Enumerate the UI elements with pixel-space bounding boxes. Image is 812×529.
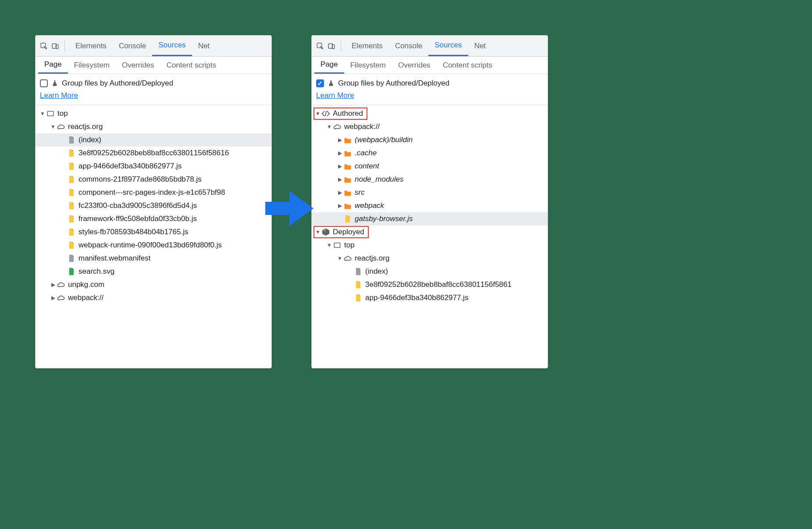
subtab-page[interactable]: Page (38, 57, 68, 74)
tree-row[interactable]: ▶unpkg.com (36, 278, 271, 291)
subtab-content-scripts[interactable]: Content scripts (437, 57, 499, 74)
tree-label: app-9466def3ba340b862977.js (365, 293, 468, 302)
tree-row[interactable]: component---src-pages-index-js-e1c657bf9… (36, 186, 271, 199)
tree-label: styles-fb708593b484b04b1765.js (78, 228, 188, 236)
device-toggle-icon[interactable] (50, 41, 60, 51)
tree-row[interactable]: ▼top (312, 239, 548, 252)
tree-row[interactable]: app-9466def3ba340b862977.js (36, 160, 271, 173)
tree-row[interactable]: gatsby-browser.js (312, 212, 548, 225)
tree-label: (webpack)/buildin (355, 136, 413, 144)
tree-row[interactable]: (index) (36, 133, 271, 147)
subtab-overrides[interactable]: Overrides (392, 57, 437, 74)
learn-more-link[interactable]: Learn More (316, 90, 354, 101)
disclosure-arrow-icon[interactable]: ▶ (50, 282, 56, 288)
inspect-icon[interactable] (39, 41, 49, 51)
disclosure-arrow-icon[interactable]: ▶ (337, 137, 342, 143)
tree-row[interactable]: ▶content (312, 160, 548, 173)
tree-label: Deployed (333, 228, 364, 236)
subtab-filesystem[interactable]: Filesystem (68, 57, 116, 74)
tab-network[interactable]: Net (468, 36, 492, 56)
disclosure-arrow-icon[interactable]: ▶ (337, 150, 342, 156)
tree-row[interactable]: (index) (312, 265, 548, 278)
tree-row[interactable]: 3e8f09252b6028beb8baf8cc63801156f5861 (312, 278, 548, 291)
tree-row[interactable]: webpack-runtime-090f00ed13bd69fd80f0.js (36, 239, 271, 252)
learn-more-link[interactable]: Learn More (40, 90, 78, 101)
tab-sources[interactable]: Sources (428, 36, 468, 56)
tab-network[interactable]: Net (192, 36, 216, 56)
tree-row[interactable]: ▼Authored (312, 107, 548, 120)
tree-row[interactable]: framework-ff9c508ebfda0f33cb0b.js (36, 212, 271, 225)
subtab-filesystem[interactable]: Filesystem (344, 57, 392, 74)
disclosure-arrow-icon[interactable]: ▶ (337, 163, 342, 169)
disclosure-arrow-icon[interactable]: ▼ (50, 124, 56, 130)
tree-row[interactable]: 3e8f09252b6028beb8baf8cc63801156f58616 (36, 147, 271, 160)
tree-row[interactable]: ▼reactjs.org (36, 120, 271, 133)
disclosure-arrow-icon[interactable]: ▶ (50, 295, 56, 301)
disclosure-arrow-icon[interactable]: ▼ (337, 255, 342, 261)
tree-label: commons-21f8977ade868b5bdb78.js (78, 175, 202, 184)
file-yellow-icon (67, 149, 76, 157)
tree-row[interactable]: ▶(webpack)/buildin (312, 133, 548, 147)
tab-console[interactable]: Console (113, 36, 152, 56)
tab-console[interactable]: Console (389, 36, 428, 56)
tree-row[interactable]: app-9466def3ba340b862977.js (312, 291, 548, 304)
tree-label: webpack:// (68, 293, 103, 302)
tree-row[interactable]: search.svg (36, 265, 271, 278)
tree-label: manifest.webmanifest (78, 254, 150, 263)
folder-icon (343, 150, 352, 157)
tree-row[interactable]: ▶webpack (312, 199, 548, 212)
disclosure-arrow-icon[interactable]: ▼ (327, 124, 332, 130)
tab-elements[interactable]: Elements (345, 36, 389, 56)
disclosure-arrow-icon[interactable]: ▼ (315, 229, 321, 235)
tab-sources[interactable]: Sources (152, 36, 192, 56)
group-header-highlight: ▼Deployed (313, 226, 369, 238)
subtab-page[interactable]: Page (314, 57, 344, 74)
folder-icon (343, 176, 352, 183)
file-yellow-icon (67, 189, 76, 197)
file-yellow-icon (67, 175, 76, 183)
tree-row[interactable]: ▶node_modules (312, 173, 548, 186)
disclosure-arrow-icon[interactable]: ▶ (337, 203, 342, 209)
tree-label: reactjs.org (355, 254, 389, 263)
disclosure-arrow-icon[interactable]: ▶ (337, 176, 342, 182)
group-files-checkbox[interactable] (40, 79, 48, 87)
tree-row[interactable]: ▼Deployed (312, 225, 548, 239)
code-icon (321, 110, 330, 118)
disclosure-arrow-icon[interactable]: ▼ (327, 242, 332, 248)
tree-label: src (355, 188, 365, 197)
tree-row[interactable]: ▼webpack:// (312, 120, 548, 133)
disclosure-arrow-icon[interactable]: ▶ (337, 189, 342, 196)
subtab-overrides[interactable]: Overrides (116, 57, 160, 74)
svg-rect-3 (47, 111, 53, 116)
tree-label: top (57, 109, 68, 118)
folder-icon (343, 136, 352, 143)
tree-label: gatsby-browser.js (355, 214, 413, 223)
tree-row[interactable]: ▶webpack:// (36, 291, 271, 304)
divider (341, 41, 341, 51)
tree-row[interactable]: ▶src (312, 186, 548, 199)
disclosure-arrow-icon[interactable]: ▼ (40, 111, 45, 117)
tree-row[interactable]: styles-fb708593b484b04b1765.js (36, 225, 271, 239)
sources-sub-tabs: Page Filesystem Overrides Content script… (312, 57, 548, 74)
group-files-checkbox[interactable] (316, 79, 324, 87)
tree-row[interactable]: ▶.cache (312, 147, 548, 160)
inspect-icon[interactable] (315, 41, 325, 51)
tree-row[interactable]: commons-21f8977ade868b5bdb78.js (36, 173, 271, 186)
tree-label: 3e8f09252b6028beb8baf8cc63801156f58616 (78, 149, 229, 157)
file-yellow-icon (354, 294, 363, 302)
device-toggle-icon[interactable] (327, 41, 336, 51)
experiment-row: Group files by Authored/Deployed Learn M… (312, 74, 548, 105)
frame-icon (333, 241, 342, 249)
divider (64, 41, 65, 51)
folder-icon (343, 163, 352, 170)
tree-label: framework-ff9c508ebfda0f33cb0b.js (78, 214, 197, 223)
tree-row[interactable]: fc233f00-cba3d9005c3896f6d5d4.js (36, 199, 271, 212)
tree-row[interactable]: ▼top (36, 107, 271, 120)
cloud-icon (333, 123, 342, 130)
subtab-content-scripts[interactable]: Content scripts (160, 57, 222, 74)
sources-sub-tabs: Page Filesystem Overrides Content script… (36, 57, 271, 74)
tree-row[interactable]: ▼reactjs.org (312, 252, 548, 265)
tab-elements[interactable]: Elements (69, 36, 113, 56)
disclosure-arrow-icon[interactable]: ▼ (315, 111, 321, 117)
tree-row[interactable]: manifest.webmanifest (36, 252, 271, 265)
